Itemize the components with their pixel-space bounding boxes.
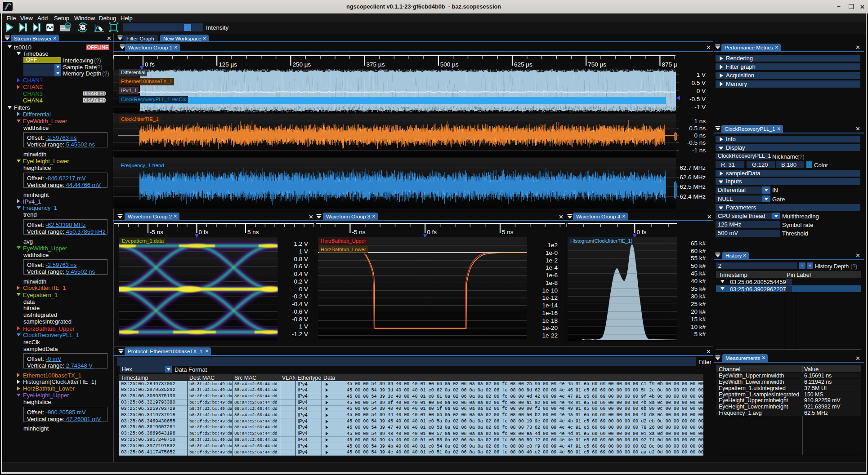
svg-text:250 µs: 250 µs <box>292 61 311 68</box>
svg-text:500 µs: 500 µs <box>440 61 459 68</box>
svg-text:0 fs: 0 fs <box>427 229 437 235</box>
svg-text:875 µ: 875 µ <box>662 61 677 68</box>
svg-text:625 µs: 625 µs <box>514 61 532 68</box>
svg-text:0 fs: 0 fs <box>145 61 155 68</box>
svg-text:5 ns: 5 ns <box>247 229 259 235</box>
svg-text:0 fs: 0 fs <box>199 229 209 235</box>
svg-text:375 µs: 375 µs <box>367 61 385 68</box>
svg-text:750 µs: 750 µs <box>588 61 606 68</box>
svg-text:0 fs: 0 fs <box>637 229 647 235</box>
svg-text:-5 ns: -5 ns <box>150 229 163 235</box>
svg-text:125 µs: 125 µs <box>219 61 237 68</box>
svg-text:-5 ns: -5 ns <box>352 229 365 235</box>
svg-text:5 ns: 5 ns <box>502 229 514 235</box>
